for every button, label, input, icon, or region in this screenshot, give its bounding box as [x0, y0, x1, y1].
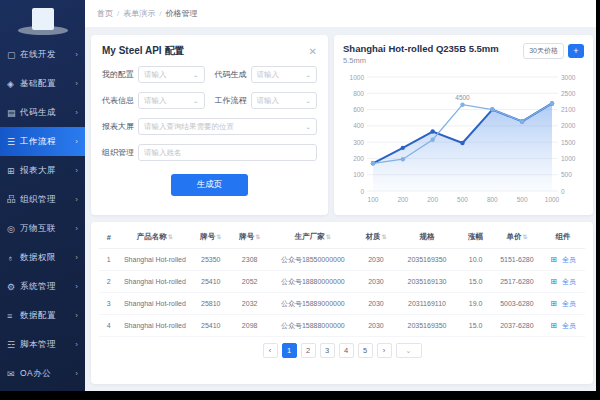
column-header[interactable]: 单价⇅ — [493, 226, 542, 249]
sidebar-item-6[interactable]: 品 组织管理 › — [0, 185, 85, 214]
sort-icon[interactable]: ⇅ — [326, 234, 331, 240]
sidebar-item-icon: ◈ — [7, 79, 20, 89]
field-label: 我的配置 — [102, 69, 138, 80]
main-panel: My Steel API 配置 ✕ 我的配置 请输入 ⌄ 代码生成 请输入 — [85, 28, 596, 391]
table-cell: 2032 — [230, 293, 269, 315]
table-action-icon[interactable]: ⊞ — [550, 255, 557, 264]
add-button[interactable]: + — [568, 44, 584, 58]
sidebar-item-2[interactable]: ◈ 基础配置 › — [0, 69, 85, 98]
sort-icon[interactable]: ⇅ — [381, 234, 386, 240]
table-cell: 2308 — [230, 249, 269, 271]
svg-text:200: 200 — [427, 196, 438, 203]
close-icon[interactable]: ✕ — [309, 46, 317, 57]
svg-text:3000: 3000 — [561, 74, 576, 81]
field-control[interactable]: 请输入 ⌄ — [138, 66, 205, 83]
column-header[interactable]: 生产厂家⇅ — [269, 226, 356, 249]
sidebar-item-11[interactable]: ☲ 脚本管理 › — [0, 330, 85, 359]
page-button-4[interactable]: 4 — [339, 343, 354, 358]
field-placeholder: 请输入 — [257, 70, 306, 80]
table-header-row: #产品名称⇅牌号⇅牌号⇅生产厂家⇅材质⇅规格涨幅单价⇅组件 — [99, 226, 585, 249]
sidebar-item-8[interactable]: ♁ 数据权限 › — [0, 243, 85, 272]
table-cell: 2035169350 — [395, 315, 458, 337]
svg-text:0: 0 — [561, 188, 565, 195]
table-cell: 公众号18880000000 — [269, 271, 356, 293]
breadcrumb-item[interactable]: 首页 — [97, 8, 113, 19]
field-control[interactable]: 请输入姓名 — [138, 144, 317, 161]
sort-icon[interactable]: ⇅ — [168, 234, 173, 240]
table-action-icon[interactable]: ⊞ — [550, 321, 557, 330]
sidebar-item-icon: ⊞ — [7, 166, 20, 176]
sidebar-item-5[interactable]: ⊞ 报表大屏 › — [0, 156, 85, 185]
price-chart-card: Shanghai Hot-rolled Q235B 5.5mm 5.5mm 30… — [334, 35, 593, 215]
breadcrumb-item[interactable]: 表单演示 — [123, 8, 155, 19]
column-header[interactable]: 材质⇅ — [357, 226, 396, 249]
sidebar-item-icon: ≡ — [7, 311, 20, 321]
range-select[interactable]: 30天价格 — [523, 43, 564, 59]
sidebar-item-label: 万物互联 — [20, 223, 75, 235]
sidebar-item-10[interactable]: ≡ 数据配置 › — [0, 301, 85, 330]
table-action-link[interactable]: 全员 — [562, 321, 576, 331]
table-cell: 2030 — [357, 249, 396, 271]
sidebar-item-icon: ◎ — [7, 224, 20, 234]
breadcrumb-item: 价格管理 — [165, 8, 197, 19]
table-cell: 2052 — [230, 271, 269, 293]
table-action-link[interactable]: 全员 — [562, 299, 576, 309]
sort-icon[interactable]: ⇅ — [216, 234, 221, 240]
table-cell: Shanghai Hot-rolled — [118, 293, 191, 315]
column-header[interactable]: 牌号⇅ — [191, 226, 230, 249]
sidebar-item-7[interactable]: ◎ 万物互联 › — [0, 214, 85, 243]
table-cell: 25410 — [191, 315, 230, 337]
page-size-select[interactable]: ⌄ — [396, 343, 422, 358]
field-control[interactable]: 请输入 ⌄ — [251, 92, 318, 109]
sort-icon[interactable]: ⇅ — [255, 234, 260, 240]
sidebar-item-icon: ☰ — [7, 137, 20, 147]
page-button-2[interactable]: 2 — [301, 343, 316, 358]
chevron-down-icon: ⌄ — [305, 123, 311, 129]
prev-page-button[interactable]: ‹ — [263, 343, 278, 358]
sidebar-item-1[interactable]: ▢ 在线开发 › — [0, 40, 85, 69]
table-cell: 公众号15889000000 — [269, 293, 356, 315]
table-action-link[interactable]: 全员 — [562, 277, 576, 287]
field-control[interactable]: 请输入 ⌄ — [251, 66, 318, 83]
table-cell: 25810 — [191, 293, 230, 315]
chevron-right-icon: › — [75, 137, 78, 146]
table-cell: 15.0 — [459, 315, 493, 337]
table-action-icon[interactable]: ⊞ — [550, 299, 557, 308]
form-title: My Steel API 配置 — [102, 44, 184, 58]
generate-button[interactable]: 生成页 — [171, 174, 249, 196]
table-action-link[interactable]: 全员 — [562, 255, 576, 265]
table-cell: 25410 — [191, 271, 230, 293]
svg-text:200: 200 — [397, 196, 408, 203]
chevron-right-icon: › — [75, 253, 78, 262]
field-control[interactable]: 请输入查询结果需要的位置 ⌄ — [138, 118, 317, 135]
next-page-button[interactable]: › — [377, 343, 392, 358]
page-button-3[interactable]: 3 — [320, 343, 335, 358]
column-header[interactable]: 产品名称⇅ — [118, 226, 191, 249]
chevron-down-icon: ⌄ — [193, 97, 199, 103]
table-cell: Shanghai Hot-rolled — [118, 249, 191, 271]
sidebar-item-icon: ▤ — [7, 108, 20, 118]
svg-text:2000: 2000 — [561, 122, 576, 129]
form-field: 代表信息 请输入 ⌄ — [102, 92, 205, 109]
sort-icon[interactable]: ⇅ — [522, 234, 527, 240]
sidebar-item-9[interactable]: ⚙ 系统管理 › — [0, 272, 85, 301]
column-header[interactable]: 牌号⇅ — [230, 226, 269, 249]
sidebar-item-3[interactable]: ▤ 代码生成 › — [0, 98, 85, 127]
sidebar-item-4[interactable]: ☰ 工作流程 › — [0, 127, 85, 156]
column-header: 组件 — [541, 226, 585, 249]
svg-text:200: 200 — [353, 155, 364, 162]
sidebar-item-12[interactable]: ✉ OA办公 › — [0, 359, 85, 388]
sidebar-item-icon: ✉ — [7, 369, 20, 379]
breadcrumb: 首页/表单演示/价格管理 — [85, 0, 596, 28]
table-action-icon[interactable]: ⊞ — [550, 277, 557, 286]
logo-cube-icon — [32, 8, 54, 30]
form-field: 代码生成 请输入 ⌄ — [215, 66, 318, 83]
field-control[interactable]: 请输入 ⌄ — [138, 92, 205, 109]
page-button-5[interactable]: 5 — [358, 343, 373, 358]
page-button-1[interactable]: 1 — [282, 343, 297, 358]
table-cell: 25350 — [191, 249, 230, 271]
sidebar-item-icon: 品 — [7, 193, 20, 206]
chevron-right-icon: › — [75, 79, 78, 88]
table-cell: 1 — [99, 249, 118, 271]
svg-text:600: 600 — [353, 106, 364, 113]
